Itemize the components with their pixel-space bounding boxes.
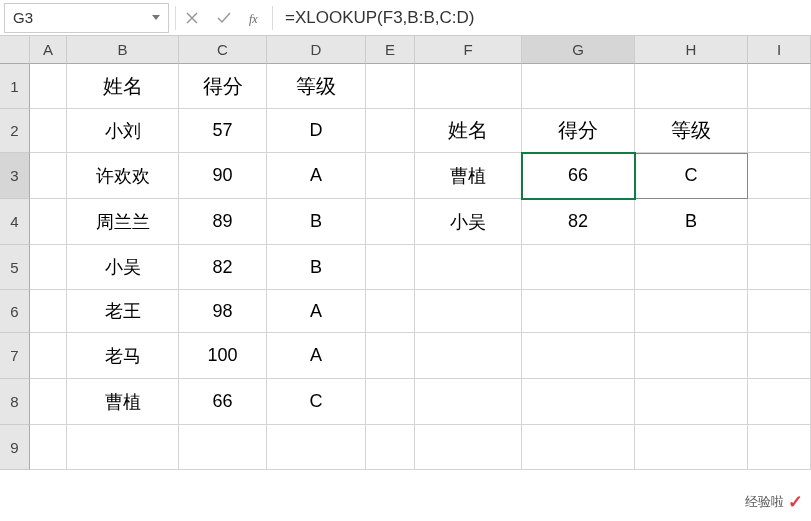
cell-D6[interactable]: A <box>267 290 366 333</box>
cell-E8[interactable] <box>366 379 415 425</box>
cell-C7[interactable]: 100 <box>179 333 267 379</box>
cell-A3[interactable] <box>30 153 67 199</box>
check-icon[interactable] <box>214 8 234 28</box>
cell-A2[interactable] <box>30 109 67 153</box>
cell-A1[interactable] <box>30 64 67 109</box>
cell-C9[interactable] <box>179 425 267 470</box>
col-header-D[interactable]: D <box>267 36 366 64</box>
col-header-A[interactable]: A <box>30 36 67 64</box>
row-header-9[interactable]: 9 <box>0 425 30 470</box>
cell-F3[interactable]: 曹植 <box>415 153 522 199</box>
cell-G5[interactable] <box>522 245 635 290</box>
cell-F4[interactable]: 小吴 <box>415 199 522 245</box>
cell-A7[interactable] <box>30 333 67 379</box>
cell-I7[interactable] <box>748 333 811 379</box>
cell-H8[interactable] <box>635 379 748 425</box>
cell-G4[interactable]: 82 <box>522 199 635 245</box>
cell-B8[interactable]: 曹植 <box>67 379 179 425</box>
name-box[interactable]: G3 <box>4 3 169 33</box>
cancel-icon[interactable] <box>182 8 202 28</box>
cell-H1[interactable] <box>635 64 748 109</box>
cell-B5[interactable]: 小吴 <box>67 245 179 290</box>
cell-C5[interactable]: 82 <box>179 245 267 290</box>
cell-A4[interactable] <box>30 199 67 245</box>
cell-H9[interactable] <box>635 425 748 470</box>
cell-E9[interactable] <box>366 425 415 470</box>
cell-D7[interactable]: A <box>267 333 366 379</box>
cell-D3[interactable]: A <box>267 153 366 199</box>
cell-I3[interactable] <box>748 153 811 199</box>
cell-F2[interactable]: 姓名 <box>415 109 522 153</box>
row-header-1[interactable]: 1 <box>0 64 30 109</box>
cell-D4[interactable]: B <box>267 199 366 245</box>
row-header-6[interactable]: 6 <box>0 290 30 333</box>
cell-E4[interactable] <box>366 199 415 245</box>
cell-F5[interactable] <box>415 245 522 290</box>
cell-B9[interactable] <box>67 425 179 470</box>
cell-F9[interactable] <box>415 425 522 470</box>
row-header-4[interactable]: 4 <box>0 199 30 245</box>
cell-C3[interactable]: 90 <box>179 153 267 199</box>
cell-E6[interactable] <box>366 290 415 333</box>
row-header-7[interactable]: 7 <box>0 333 30 379</box>
cell-G9[interactable] <box>522 425 635 470</box>
cell-E2[interactable] <box>366 109 415 153</box>
cell-B7[interactable]: 老马 <box>67 333 179 379</box>
cell-H3[interactable]: C <box>635 153 748 199</box>
cell-I8[interactable] <box>748 379 811 425</box>
cell-H5[interactable] <box>635 245 748 290</box>
cell-I1[interactable] <box>748 64 811 109</box>
row-header-2[interactable]: 2 <box>0 109 30 153</box>
cell-A9[interactable] <box>30 425 67 470</box>
cell-H7[interactable] <box>635 333 748 379</box>
cell-D2[interactable]: D <box>267 109 366 153</box>
select-all-corner[interactable] <box>0 36 30 64</box>
cell-G2[interactable]: 得分 <box>522 109 635 153</box>
cell-C6[interactable]: 98 <box>179 290 267 333</box>
cell-H2[interactable]: 等级 <box>635 109 748 153</box>
cell-B1[interactable]: 姓名 <box>67 64 179 109</box>
cell-F1[interactable] <box>415 64 522 109</box>
cell-C2[interactable]: 57 <box>179 109 267 153</box>
cell-I4[interactable] <box>748 199 811 245</box>
row-header-5[interactable]: 5 <box>0 245 30 290</box>
cell-B4[interactable]: 周兰兰 <box>67 199 179 245</box>
col-header-C[interactable]: C <box>179 36 267 64</box>
cell-G3[interactable]: 66 <box>522 153 635 199</box>
cell-I6[interactable] <box>748 290 811 333</box>
row-header-8[interactable]: 8 <box>0 379 30 425</box>
row-header-3[interactable]: 3 <box>0 153 30 199</box>
col-header-E[interactable]: E <box>366 36 415 64</box>
cell-A5[interactable] <box>30 245 67 290</box>
cell-D9[interactable] <box>267 425 366 470</box>
cell-C4[interactable]: 89 <box>179 199 267 245</box>
cell-F8[interactable] <box>415 379 522 425</box>
formula-input[interactable]: =XLOOKUP(F3,B:B,C:D) <box>275 3 811 33</box>
cell-B3[interactable]: 许欢欢 <box>67 153 179 199</box>
cell-E3[interactable] <box>366 153 415 199</box>
cell-D5[interactable]: B <box>267 245 366 290</box>
cell-D1[interactable]: 等级 <box>267 64 366 109</box>
cell-E1[interactable] <box>366 64 415 109</box>
cell-D8[interactable]: C <box>267 379 366 425</box>
col-header-F[interactable]: F <box>415 36 522 64</box>
chevron-down-icon[interactable] <box>152 15 160 20</box>
cell-I2[interactable] <box>748 109 811 153</box>
cell-G8[interactable] <box>522 379 635 425</box>
col-header-H[interactable]: H <box>635 36 748 64</box>
cell-E5[interactable] <box>366 245 415 290</box>
col-header-G[interactable]: G <box>522 36 635 64</box>
col-header-I[interactable]: I <box>748 36 811 64</box>
cell-E7[interactable] <box>366 333 415 379</box>
cell-G1[interactable] <box>522 64 635 109</box>
cell-B2[interactable]: 小刘 <box>67 109 179 153</box>
fx-icon[interactable]: fx <box>246 8 266 28</box>
cell-I5[interactable] <box>748 245 811 290</box>
cell-A6[interactable] <box>30 290 67 333</box>
cell-H6[interactable] <box>635 290 748 333</box>
cell-F6[interactable] <box>415 290 522 333</box>
cell-G7[interactable] <box>522 333 635 379</box>
cell-I9[interactable] <box>748 425 811 470</box>
cell-H4[interactable]: B <box>635 199 748 245</box>
cell-C1[interactable]: 得分 <box>179 64 267 109</box>
